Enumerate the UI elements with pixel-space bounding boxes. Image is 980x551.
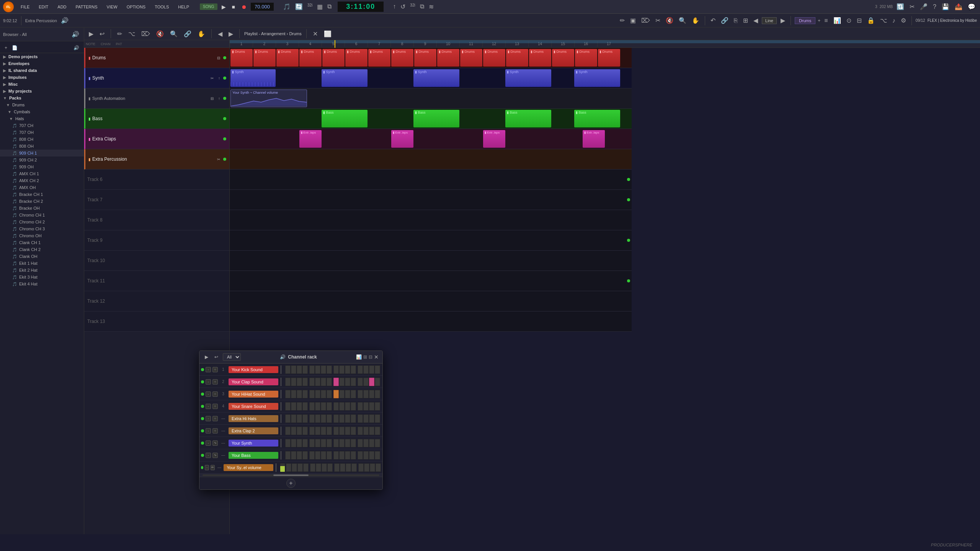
hihat-pad-13[interactable]	[358, 390, 363, 398]
hihat-pad-2[interactable]	[291, 390, 296, 398]
track-row-automation[interactable]: Your Synth ~ Channel volume	[230, 88, 632, 109]
hihat-pad-5[interactable]	[309, 390, 315, 398]
extra-clap-pad-11[interactable]	[345, 427, 350, 435]
extra-clap-btn2[interactable]: ○	[212, 428, 218, 434]
playlist-undo-icon[interactable]: ↩	[98, 29, 106, 38]
vol-btn1[interactable]: -	[205, 465, 209, 470]
vol-pad-12[interactable]	[351, 463, 357, 472]
vol-pad-5[interactable]	[310, 463, 315, 472]
extra-hi-pad-2[interactable]	[291, 414, 296, 423]
snare-pad-15[interactable]	[369, 402, 374, 411]
snare-pad-13[interactable]	[358, 402, 363, 411]
sidebar-collapse[interactable]: 🔊	[72, 44, 81, 51]
vol-pad-14[interactable]	[364, 463, 369, 472]
icon-loop2[interactable]: ↺	[399, 2, 407, 11]
auto-led[interactable]	[223, 97, 226, 100]
track-label-synth[interactable]: ▮ Synth ✂ ↑	[84, 68, 229, 88]
sidebar-item-hats[interactable]: ▼ Hats	[0, 115, 84, 122]
clip-extra-claps-3[interactable]: ▮ Extr..laps	[483, 130, 505, 148]
vol-bar-indicator[interactable]	[280, 463, 285, 472]
hihat-pad-3[interactable]	[297, 390, 302, 398]
channel-name-display[interactable]: Drums	[795, 17, 815, 24]
kick-pad-4[interactable]	[302, 365, 308, 374]
track-row-synth[interactable]: ▮ Synth ▮ Synth ▮ Synth ▮ Synth ▮ Synth	[230, 68, 632, 88]
track-label-extra-percussion[interactable]: ▮ Extra Percussion ✂	[84, 149, 229, 170]
menu-options[interactable]: OPTIONS	[124, 3, 148, 11]
extra-hi-pad-7[interactable]	[321, 414, 326, 423]
add-channel-button[interactable]: +	[286, 479, 296, 488]
bass-pad-7[interactable]	[321, 451, 326, 460]
channel-rack-play-icon[interactable]: ▶	[203, 354, 210, 360]
clip-drums-9[interactable]: ▮ Drums	[414, 49, 436, 67]
synth-ch-btn1[interactable]: -	[206, 440, 211, 446]
synth-pad-4[interactable]	[302, 439, 308, 447]
clip-synth-4[interactable]: ▮ Synth	[505, 69, 551, 87]
extra-hi-led[interactable]	[201, 417, 204, 420]
kick-pad-15[interactable]	[369, 365, 374, 374]
snare-pad-12[interactable]	[351, 402, 356, 411]
bass-pad-2[interactable]	[291, 451, 296, 460]
sidebar-item-amxch2[interactable]: 🎵 AMX CH 2	[0, 177, 84, 184]
sidebar-item-amxoh[interactable]: 🎵 AMX OH	[0, 184, 84, 191]
hihat-pad-16[interactable]	[375, 390, 380, 398]
icon-erase-p[interactable]: ⌦	[140, 29, 152, 38]
extra-clap-pad-9[interactable]	[333, 427, 339, 435]
icon-draw[interactable]: ✏	[618, 16, 626, 25]
icon-knob[interactable]: ⊙	[845, 16, 853, 25]
bass-pad-4[interactable]	[302, 451, 308, 460]
clip-drums-17[interactable]: ▮ Drums	[598, 49, 620, 67]
sidebar-audio-icon[interactable]: 🔊	[70, 30, 81, 39]
kick-pad-16[interactable]	[375, 365, 380, 374]
bass-pad-14[interactable]	[363, 451, 369, 460]
hihat-pad-15[interactable]	[369, 390, 374, 398]
kick-name-button[interactable]: Your Kick Sound	[229, 366, 278, 373]
extra-hi-pad-6[interactable]	[315, 414, 320, 423]
sidebar-item-chromoch2[interactable]: 🎵 Chromo CH 2	[0, 218, 84, 225]
icon-scissors[interactable]: ✂	[908, 2, 916, 11]
bass-pad-13[interactable]	[358, 451, 363, 460]
icon-mute-p[interactable]: 🔇	[155, 29, 165, 38]
synth-pad-3[interactable]	[297, 439, 302, 447]
bass-pad-6[interactable]	[315, 451, 320, 460]
bass-pad-11[interactable]	[345, 451, 350, 460]
hihat-pad-11[interactable]	[345, 390, 350, 398]
track-row-extra-percussion[interactable]	[230, 149, 632, 170]
channel-row-snare[interactable]: - ○ 4 Your Snare Sound	[199, 400, 382, 412]
kick-pad-13[interactable]	[358, 365, 363, 374]
track-label-track10[interactable]: Track 10	[84, 251, 229, 271]
snare-led[interactable]	[201, 405, 204, 408]
synth-pad-9[interactable]	[333, 439, 339, 447]
sidebar-item-ekit3hat[interactable]: 🎵 Ekit 3 Hat	[0, 274, 84, 280]
bass-pad-1[interactable]	[285, 451, 291, 460]
vol-pad-2[interactable]	[292, 463, 297, 472]
synth-ch-btn2[interactable]: ∿	[212, 440, 218, 446]
kick-pad-14[interactable]	[363, 365, 369, 374]
clap-pad-15[interactable]	[369, 378, 374, 386]
kick-pad-12[interactable]	[351, 365, 356, 374]
synth-pad-12[interactable]	[351, 439, 356, 447]
icon-settings[interactable]: ⚙	[899, 16, 908, 25]
channel-rack-close-button[interactable]: ✕	[374, 354, 379, 360]
kick-btn2[interactable]: ○	[212, 367, 218, 372]
drums-mixer-icon[interactable]: ⊟	[216, 55, 222, 61]
clip-drums-16[interactable]: ▮ Drums	[575, 49, 597, 67]
hihat-led[interactable]	[201, 393, 204, 396]
icon-grab-p[interactable]: ✋	[196, 29, 207, 38]
vol-pad-10[interactable]	[340, 463, 345, 472]
icon-select[interactable]: ▣	[629, 16, 637, 25]
synth-pad-14[interactable]	[363, 439, 369, 447]
clap-pad-11[interactable]	[345, 378, 350, 386]
icon-multi[interactable]: ⧉	[418, 2, 426, 11]
kick-pad-1[interactable]	[285, 365, 291, 374]
menu-patterns[interactable]: PATTERNS	[74, 3, 100, 11]
channel-row-volume[interactable]: - ✏ — Your Sy..el volume	[199, 461, 382, 474]
snare-btn1[interactable]: -	[206, 404, 211, 409]
sidebar-item-909oh[interactable]: 🎵 909 OH	[0, 163, 84, 170]
clip-bass-2[interactable]: ▮ Bass	[413, 110, 459, 127]
extra-hi-pad-14[interactable]	[363, 414, 369, 423]
vol-pad-16[interactable]	[376, 463, 381, 472]
clap-name-button[interactable]: Your Clap Sound	[229, 378, 278, 385]
icon-arrow-r[interactable]: ▶	[779, 16, 787, 25]
extra-clap-name-button[interactable]: Extra Clap 2	[229, 427, 278, 434]
synth-pad-16[interactable]	[375, 439, 380, 447]
